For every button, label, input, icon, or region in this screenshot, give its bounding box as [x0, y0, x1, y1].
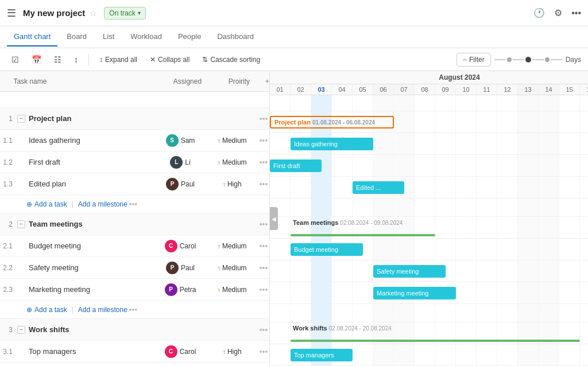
priority-arrow-icon: ↑	[217, 286, 220, 293]
history-icon[interactable]: 🕐	[533, 7, 545, 18]
gantt-cell	[291, 260, 311, 282]
gantt-row	[270, 304, 588, 322]
task-name: Team meetings	[26, 220, 154, 228]
gantt-cell	[539, 217, 559, 238]
gantt-cell	[373, 239, 394, 260]
task-priority: ↑ High	[206, 348, 258, 356]
task-menu-button[interactable]: •••	[258, 285, 269, 294]
gantt-cell	[415, 177, 435, 198]
group-icon[interactable]: ☷	[49, 53, 66, 67]
task-menu-button[interactable]: •••	[258, 180, 269, 189]
gantt-cell	[270, 282, 291, 303]
gantt-cell	[580, 239, 588, 260]
gantt-cell	[353, 95, 373, 111]
gantt-cell	[539, 95, 559, 111]
collapse-all-button[interactable]: ✕ Collaps all	[145, 53, 194, 66]
table-row: 1.2 First draft L Li ↑ Medium •••	[0, 151, 269, 173]
task-list: 1 − Project plan ••• 1.1 Ideas gathering…	[0, 92, 269, 366]
gantt-cell	[518, 344, 539, 365]
gantt-cell	[332, 95, 353, 111]
tab-workload[interactable]: Workload	[123, 28, 169, 46]
task-menu-button[interactable]: •••	[258, 347, 269, 356]
add-task-button[interactable]: ⊕ Add a task | Add a milestone	[26, 200, 127, 208]
gantt-cell	[580, 95, 588, 111]
header-right: 🕐 ⚙ •••	[533, 7, 581, 18]
task-num: 2	[0, 220, 16, 228]
gantt-cell	[353, 282, 373, 303]
task-menu-button[interactable]: •••	[127, 305, 139, 314]
main-content: Task name Assigned Proirity + 1 − Projec…	[0, 71, 588, 366]
gantt-cell	[559, 344, 580, 365]
gantt-scroll-handle[interactable]: ◀	[270, 207, 278, 230]
gantt-cell	[539, 111, 559, 133]
gantt-bar: Top managers	[291, 349, 353, 361]
gantt-cell	[559, 155, 580, 176]
col-priority-header: Proirity	[213, 77, 265, 85]
gantt-cell	[559, 133, 580, 154]
gantt-cell	[456, 133, 477, 154]
tab-people[interactable]: People	[171, 28, 208, 46]
task-menu-button[interactable]: •••	[258, 325, 269, 334]
days-slider[interactable]	[494, 57, 562, 63]
tab-dashboard[interactable]: Dashboard	[210, 28, 261, 46]
task-menu-button[interactable]: •••	[258, 158, 269, 167]
filter-button[interactable]: ⎓ Filter	[457, 53, 491, 67]
view-icon[interactable]: 📅	[27, 53, 46, 67]
task-menu-button[interactable]: •••	[258, 136, 269, 145]
gantt-bar: Marketing meeting	[373, 287, 456, 299]
gantt-bar: Budget meeting	[291, 243, 363, 256]
star-icon[interactable]: ☆	[90, 9, 97, 18]
checkbox-icon[interactable]: ☑	[7, 53, 24, 67]
priority-label: Medium	[222, 242, 247, 250]
gantt-cell	[518, 133, 539, 154]
task-menu-button[interactable]: •••	[258, 263, 269, 272]
collapse-toggle[interactable]: −	[16, 220, 26, 228]
gantt-cell	[518, 155, 539, 176]
cascade-sorting-button[interactable]: ⇅ Cascade sorting	[198, 53, 265, 66]
gantt-bar: Safety meeting	[373, 265, 446, 278]
gantt-cell	[497, 239, 518, 260]
gantt-cell	[477, 217, 497, 238]
more-icon[interactable]: •••	[571, 8, 581, 18]
task-name: Ideas gathering	[26, 136, 154, 145]
gantt-cell	[373, 155, 394, 176]
gantt-cell	[373, 133, 394, 154]
col-add-header[interactable]: +	[265, 77, 269, 85]
tab-list[interactable]: List	[96, 28, 121, 46]
gantt-cell	[539, 282, 559, 303]
add-task-row: ⊕ Add a task | Add a milestone •••	[0, 195, 269, 213]
collapse-toggle[interactable]: −	[16, 326, 26, 334]
gantt-cell	[415, 304, 435, 322]
gantt-cell	[435, 344, 456, 365]
task-num: 1	[0, 115, 16, 123]
avatar: P	[166, 178, 179, 190]
gantt-cell	[580, 198, 588, 216]
task-menu-button[interactable]: •••	[258, 242, 269, 251]
tab-gantt[interactable]: Gantt chart	[7, 28, 57, 46]
gantt-cell	[518, 198, 539, 216]
filter-icon: ⎓	[463, 56, 467, 64]
gantt-day: 03	[311, 84, 332, 95]
status-badge[interactable]: On track ▾	[104, 7, 145, 20]
task-menu-button[interactable]: •••	[258, 220, 269, 229]
gantt-bar: Edited ...	[353, 181, 404, 194]
gantt-cell	[497, 260, 518, 282]
task-menu-button[interactable]: •••	[127, 200, 139, 209]
gantt-scroll[interactable]: August 2024 0102030405060708091011121314…	[270, 71, 588, 366]
gantt-cell	[477, 282, 497, 303]
expand-all-button[interactable]: ↕ Expand all	[95, 53, 142, 66]
sort-icon[interactable]: ↕	[69, 53, 83, 67]
gantt-cell	[435, 111, 456, 133]
collapse-toggle[interactable]: −	[16, 115, 26, 123]
gantt-cell	[394, 95, 415, 111]
gantt-cell	[497, 304, 518, 322]
task-name: Work shifts	[26, 325, 154, 334]
gantt-cell	[497, 198, 518, 216]
tab-board[interactable]: Board	[60, 28, 94, 46]
priority-arrow-icon: ↑	[217, 159, 220, 166]
gantt-day: 10	[456, 84, 477, 95]
settings-icon[interactable]: ⚙	[554, 7, 562, 18]
add-task-button[interactable]: ⊕ Add a task | Add a milestone	[26, 306, 127, 314]
tabs-bar: Gantt chart Board List Workload People D…	[0, 26, 588, 48]
task-menu-button[interactable]: •••	[258, 114, 269, 123]
